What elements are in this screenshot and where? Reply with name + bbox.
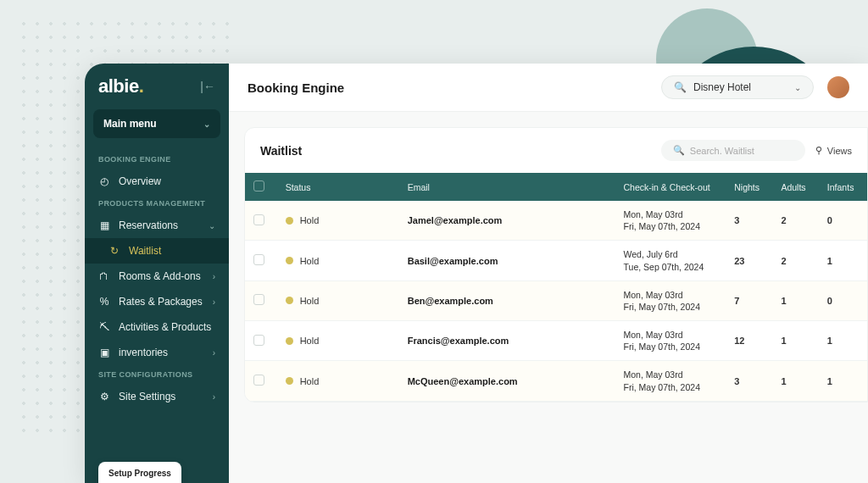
chevron-right-icon: ›	[213, 272, 215, 281]
dates-value: Mon, May 03rdFri, May 07th, 2024	[624, 329, 718, 353]
sidebar-item-site-settings[interactable]: ⚙ Site Settings ›	[85, 384, 229, 409]
gear-icon: ⚙	[98, 391, 110, 402]
sidebar-item-rooms[interactable]: ⛫ Rooms & Add-ons ›	[85, 264, 229, 289]
sidebar-item-label: Rates & Packages	[119, 296, 203, 308]
table-row[interactable]: HoldMcQueen@example.comMon, May 03rdFri,…	[245, 361, 867, 401]
column-header-checkin[interactable]: Check-in & Check-out	[615, 173, 726, 201]
search-icon: 🔍	[674, 81, 687, 93]
section-label-booking-engine: BOOKING ENGINE	[85, 150, 229, 169]
email-value: Ben@example.com	[408, 296, 493, 306]
sidebar-item-label: Waitlist	[129, 245, 161, 257]
bed-icon: ⛫	[98, 270, 110, 282]
adults-value: 1	[772, 280, 818, 320]
status-dot-icon	[286, 217, 293, 225]
infants-value: 0	[819, 280, 867, 320]
infants-value: 0	[819, 201, 867, 241]
waitlist-table: Status Email Check-in & Check-out Nights…	[245, 173, 867, 402]
status-dot-icon	[286, 377, 293, 385]
select-all-checkbox[interactable]	[253, 180, 264, 192]
percent-icon: %	[98, 296, 110, 308]
nights-value: 3	[726, 361, 772, 401]
column-header-adults[interactable]: Adults	[772, 173, 818, 201]
infants-value: 1	[819, 321, 867, 361]
column-header-nights[interactable]: Nights	[726, 173, 772, 201]
status-value: Hold	[300, 215, 320, 225]
hotel-selector-value: Disney Hotel	[693, 81, 751, 93]
row-checkbox[interactable]	[253, 214, 264, 225]
sidebar-item-waitlist[interactable]: ↻ Waitlist	[85, 238, 229, 264]
setup-progress-badge[interactable]: Setup Progress	[98, 462, 181, 483]
table-row[interactable]: HoldFrancis@example.comMon, May 03rdFri,…	[245, 321, 867, 361]
nights-value: 7	[726, 280, 772, 320]
email-value: McQueen@example.com	[408, 376, 518, 386]
box-icon: ▣	[98, 347, 110, 358]
page-title: Booking Engine	[248, 80, 344, 95]
main-menu-dropdown[interactable]: Main menu ⌄	[93, 109, 220, 138]
sliders-icon: ⚲	[815, 145, 822, 156]
status-dot-icon	[286, 257, 293, 264]
sidebar-item-inventories[interactable]: ▣ inventories ›	[85, 340, 229, 365]
search-input[interactable]: 🔍 Search. Waitlist	[661, 140, 805, 161]
adults-value: 1	[772, 361, 818, 401]
sidebar-item-label: Overview	[119, 175, 161, 187]
main-menu-label: Main menu	[103, 118, 157, 130]
chevron-down-icon: ⌄	[794, 83, 801, 92]
search-icon: 🔍	[673, 145, 685, 156]
collapse-sidebar-icon[interactable]: |←	[200, 80, 215, 93]
avatar[interactable]	[827, 76, 849, 98]
status-value: Hold	[300, 376, 320, 386]
chevron-right-icon: ›	[213, 297, 215, 307]
email-value: Francis@example.com	[408, 336, 509, 346]
chevron-down-icon: ⌄	[203, 119, 210, 129]
column-header-email[interactable]: Email	[399, 173, 615, 201]
card-title: Waitlist	[260, 144, 302, 158]
infants-value: 1	[819, 361, 867, 401]
section-label-products: PRODUCTS MANAGEMENT	[85, 194, 229, 213]
search-placeholder: Search. Waitlist	[690, 146, 754, 156]
gauge-icon: ◴	[98, 175, 110, 187]
row-checkbox[interactable]	[253, 294, 264, 305]
waitlist-card: Waitlist 🔍 Search. Waitlist ⚲ Views	[244, 127, 868, 402]
nights-value: 3	[726, 201, 772, 241]
sidebar-item-activities[interactable]: ⛏ Activities & Products	[85, 314, 229, 340]
column-header-status[interactable]: Status	[277, 173, 399, 201]
adults-value: 1	[772, 321, 818, 361]
adults-value: 2	[772, 241, 818, 280]
clock-icon: ↻	[108, 245, 120, 257]
sidebar-item-overview[interactable]: ◴ Overview	[85, 169, 229, 194]
sidebar: albie. |← Main menu ⌄ BOOKING ENGINE ◴ O…	[85, 64, 229, 483]
column-header-infants[interactable]: Infants	[819, 173, 867, 201]
status-dot-icon	[286, 337, 293, 345]
chevron-right-icon: ›	[213, 348, 215, 358]
topbar: Booking Engine 🔍 Disney Hotel ⌄	[229, 64, 868, 112]
views-button[interactable]: ⚲ Views	[815, 145, 852, 156]
table-row[interactable]: HoldJamel@example.comMon, May 03rdFri, M…	[245, 201, 867, 241]
status-dot-icon	[286, 297, 293, 304]
dates-value: Mon, May 03rdFri, May 07th, 2024	[624, 289, 718, 313]
app-window: albie. |← Main menu ⌄ BOOKING ENGINE ◴ O…	[85, 64, 868, 483]
dates-value: Mon, May 03rdFri, May 07th, 2024	[624, 208, 718, 232]
sidebar-item-label: Activities & Products	[119, 321, 211, 333]
basket-icon: ⛏	[98, 321, 110, 333]
email-value: Basil@example.com	[408, 256, 498, 266]
email-value: Jamel@example.com	[408, 215, 503, 225]
status-value: Hold	[300, 296, 320, 306]
sidebar-item-label: inventories	[119, 347, 168, 358]
row-checkbox[interactable]	[253, 335, 264, 346]
table-row[interactable]: HoldBasil@example.comWed, July 6rdTue, S…	[245, 241, 867, 280]
infants-value: 1	[819, 241, 867, 280]
table-row[interactable]: HoldBen@example.comMon, May 03rdFri, May…	[245, 280, 867, 320]
chevron-down-icon: ⌄	[209, 221, 215, 230]
sidebar-item-reservations[interactable]: ▦ Reservations ⌄	[85, 213, 229, 238]
main-content: Booking Engine 🔍 Disney Hotel ⌄ Waitlist…	[229, 64, 868, 483]
status-value: Hold	[300, 336, 320, 346]
row-checkbox[interactable]	[253, 254, 264, 265]
row-checkbox[interactable]	[253, 375, 264, 386]
nights-value: 12	[726, 321, 772, 361]
nights-value: 23	[726, 241, 772, 280]
section-label-site-config: SITE CONFIGURATIONS	[85, 365, 229, 384]
calendar-icon: ▦	[98, 219, 110, 231]
sidebar-item-rates[interactable]: % Rates & Packages ›	[85, 289, 229, 314]
sidebar-item-label: Reservations	[119, 219, 178, 231]
hotel-selector[interactable]: 🔍 Disney Hotel ⌄	[661, 75, 814, 99]
